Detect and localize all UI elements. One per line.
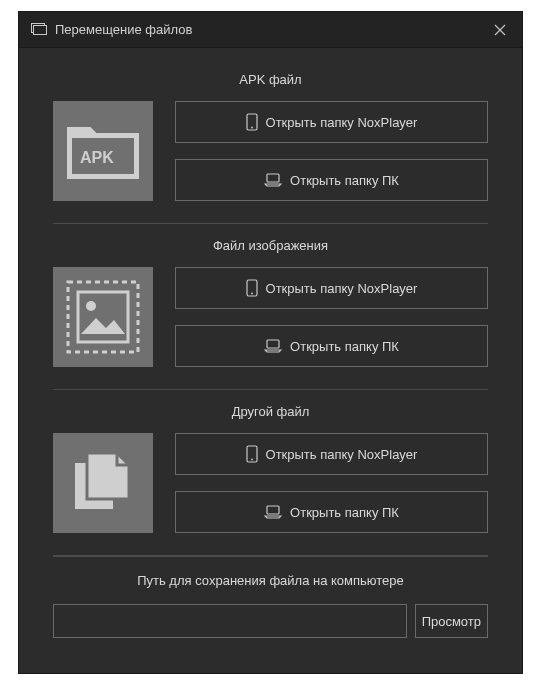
- button-label: Открыть папку NoxPlayer: [266, 281, 418, 296]
- button-label: Просмотр: [422, 614, 481, 629]
- button-label: Открыть папку ПК: [290, 505, 399, 520]
- laptop-icon: [264, 173, 282, 187]
- svg-rect-16: [267, 506, 279, 514]
- svg-rect-9: [78, 292, 128, 342]
- browse-button[interactable]: Просмотр: [415, 604, 488, 638]
- svg-point-10: [86, 301, 96, 311]
- section-apk-title: APK файл: [53, 72, 488, 87]
- image-open-nox-button[interactable]: Открыть папку NoxPlayer: [175, 267, 488, 309]
- apk-icon-text: APK: [80, 149, 114, 166]
- dialog-content: APK файл APK Открыть папку NoxPlayer: [19, 48, 522, 673]
- section-apk: APK файл APK Открыть папку NoxPlayer: [53, 58, 488, 224]
- close-button[interactable]: [486, 16, 514, 44]
- section-image: Файл изображения Открыть папку NoxPlayer: [53, 224, 488, 390]
- button-label: Открыть папку ПК: [290, 173, 399, 188]
- svg-rect-1: [34, 25, 47, 34]
- laptop-icon: [264, 505, 282, 519]
- laptop-icon: [264, 339, 282, 353]
- close-icon: [494, 24, 506, 36]
- svg-rect-13: [267, 340, 279, 348]
- file-transfer-icon: [31, 23, 47, 37]
- other-open-pc-button[interactable]: Открыть папку ПК: [175, 491, 488, 533]
- other-files-icon: [53, 433, 153, 533]
- image-open-pc-button[interactable]: Открыть папку ПК: [175, 325, 488, 367]
- apk-folder-icon: APK: [53, 101, 153, 201]
- section-other: Другой файл Открыть папку NoxPlayer: [53, 390, 488, 556]
- other-open-nox-button[interactable]: Открыть папку NoxPlayer: [175, 433, 488, 475]
- save-path-input[interactable]: [53, 604, 407, 638]
- phone-icon: [246, 279, 258, 297]
- dialog-window: Перемещение файлов APK файл APK: [18, 11, 523, 674]
- svg-point-12: [251, 293, 253, 295]
- apk-open-pc-button[interactable]: Открыть папку ПК: [175, 159, 488, 201]
- svg-point-6: [251, 127, 253, 129]
- phone-icon: [246, 113, 258, 131]
- save-path-section: Путь для сохранения файла на компьютере …: [53, 556, 488, 638]
- image-stamp-icon: [53, 267, 153, 367]
- svg-point-15: [251, 459, 253, 461]
- save-path-label: Путь для сохранения файла на компьютере: [53, 573, 488, 588]
- button-label: Открыть папку ПК: [290, 339, 399, 354]
- button-label: Открыть папку NoxPlayer: [266, 115, 418, 130]
- button-label: Открыть папку NoxPlayer: [266, 447, 418, 462]
- titlebar: Перемещение файлов: [19, 12, 522, 48]
- svg-rect-7: [267, 174, 279, 182]
- apk-open-nox-button[interactable]: Открыть папку NoxPlayer: [175, 101, 488, 143]
- section-image-title: Файл изображения: [53, 238, 488, 253]
- section-other-title: Другой файл: [53, 404, 488, 419]
- phone-icon: [246, 445, 258, 463]
- window-title: Перемещение файлов: [55, 22, 486, 37]
